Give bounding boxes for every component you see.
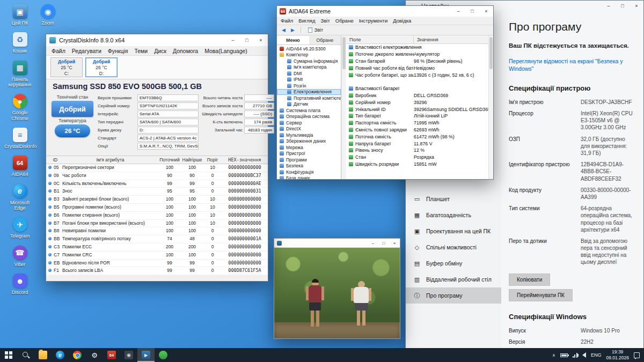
tree-item[interactable]: Конфігурація	[277, 169, 341, 175]
tab-menu[interactable]: Меню	[277, 36, 309, 45]
tree-item[interactable]: DirectX	[277, 126, 341, 132]
info-row[interactable]: Повний час роботи від батареї Невідомо	[346, 64, 488, 71]
tree-item[interactable]: Електроживлення	[277, 89, 341, 95]
taskbar-settings[interactable]: ⚙	[86, 348, 103, 362]
drive-tab[interactable]: Добрий 25 °C C:	[50, 57, 83, 77]
clock[interactable]: 19:39 09.01.2026	[606, 349, 629, 360]
language-indicator[interactable]: ENG	[591, 352, 602, 358]
info-row[interactable]: Поточна ємність 61472 mWh (98 %)	[346, 133, 488, 140]
tree-item[interactable]: База даних	[277, 175, 341, 180]
settings-nav-item[interactable]: ▤ Буфер обміну	[406, 255, 501, 271]
scrollbar-thumb[interactable]	[342, 37, 346, 69]
close-button[interactable]: ×	[479, 9, 493, 14]
info-row[interactable]: Напруга батареї 11.876 V	[346, 140, 488, 147]
forward-icon[interactable]: ▶	[289, 27, 296, 33]
tree-item[interactable]: Операційна система	[277, 114, 341, 120]
smart-attribute-row[interactable]: C3 Помилки ECC 200 200 0 000000000000	[46, 243, 268, 251]
desktop-icon-crystaldiskinfo[interactable]: ≡ CrystalDiskInfo	[4, 128, 35, 149]
minimize-button[interactable]: –	[602, 3, 616, 9]
info-row[interactable]: Час роботи батареї, що залишився 13926 с…	[346, 71, 488, 78]
maximize-button[interactable]: □	[240, 38, 254, 43]
menu-item[interactable]: Вигляд	[296, 17, 318, 24]
settings-nav-item[interactable]: ▭ Планшет	[406, 191, 501, 207]
info-row[interactable]: Серійний номер 39296	[346, 99, 488, 106]
maximize-button[interactable]: □	[616, 3, 630, 9]
desktop-icon-chrome[interactable]: ● Google Chrome	[4, 94, 35, 121]
scrollbar-thumb[interactable]	[489, 37, 493, 69]
health-status-button[interactable]: Добрий	[52, 101, 93, 117]
tree-item[interactable]: Безпека	[277, 163, 341, 169]
tree-item[interactable]: Мультимедіа	[277, 132, 341, 138]
desktop-icon-recycle-bin[interactable]: ♻ Кошик	[4, 32, 35, 54]
info-row[interactable]: Виробник DELL GRSD369	[346, 92, 488, 99]
info-row[interactable]: Властивості електроживлення	[346, 44, 488, 51]
detail-scrollbar[interactable]	[488, 36, 493, 179]
maximize-button[interactable]: □	[378, 241, 389, 246]
column-field[interactable]: Поле	[346, 36, 414, 43]
info-row[interactable]: Рівень зносу 12 %	[346, 147, 488, 154]
tree-scrollbar[interactable]	[341, 36, 346, 179]
settings-nav-item[interactable]: ⓘ Про програму	[406, 287, 501, 304]
desktop-icon-this-pc[interactable]: ▣ Цей ПК	[4, 4, 35, 26]
menu-item[interactable]: Мова(Language)	[201, 47, 251, 55]
smart-attribute-row[interactable]: C7 Помилки CRC 100 100 0 000000000000	[46, 251, 268, 259]
tree-item[interactable]: AIDA64 v6.20.5300	[277, 46, 341, 52]
battery-icon[interactable]	[560, 353, 568, 357]
smart-attribute-row[interactable]: B7 Погані блоки при використанні (всього…	[46, 219, 268, 227]
taskbar-aida64[interactable]: 64	[103, 348, 120, 362]
taskbar-edge[interactable]: e	[52, 348, 69, 362]
info-row[interactable]: Поточне джерело живлення Акумулятор	[346, 51, 488, 58]
smart-attribute-row[interactable]: F1 Всього записів LBA 99 99 0 000D87C61F…	[46, 267, 268, 275]
menu-item[interactable]: Файл	[48, 47, 69, 55]
tree-item[interactable]: Системна плата	[277, 107, 341, 114]
taskbar-chrome[interactable]	[69, 348, 86, 362]
tree-item[interactable]: Мережа	[277, 144, 341, 151]
desktop-icon-control-panel[interactable]: ▦ Панель керування	[4, 61, 35, 88]
smart-attribute-row[interactable]: 05 Перепризначені сектори 100 100 10 000…	[46, 164, 268, 172]
tree-item[interactable]: Сумарна інформація	[277, 58, 341, 64]
desktop-icon-discord[interactable]: ☻ Discord	[4, 274, 35, 295]
menu-item[interactable]: Обране	[333, 17, 356, 24]
rename-pc-button[interactable]: Перейменувати ПК	[509, 289, 573, 301]
info-row[interactable]: Паспортна ємність 71995 mWh	[346, 120, 488, 127]
taskbar-crystaldiskinfo[interactable]: ◉	[120, 348, 137, 362]
close-button[interactable]: ×	[254, 38, 268, 43]
settings-nav-item[interactable]: ▣ Проектування на цей ПК	[406, 223, 501, 239]
notification-center-icon[interactable]	[634, 352, 640, 358]
tree-item[interactable]: Портативний комп'ютер	[277, 95, 341, 101]
smart-attribute-row[interactable]: EB Відновлено після POR 99 99 0 00000000…	[46, 259, 268, 267]
close-button[interactable]: ×	[389, 241, 400, 246]
volume-icon[interactable]	[582, 352, 586, 358]
desktop-icon-telegram[interactable]: ✈ Telegram	[4, 217, 35, 239]
menu-item[interactable]: Теми	[131, 47, 151, 55]
taskbar-start-button[interactable]	[0, 348, 17, 362]
smart-attribute-row[interactable]: 09 Час роботи 90 90 0 00000000BC37	[46, 172, 268, 180]
windows-security-link[interactable]: Переглянути відомості на екрані "Безпека…	[509, 57, 630, 73]
close-button[interactable]: ×	[630, 3, 643, 9]
tree-item[interactable]: IPMI	[277, 77, 341, 83]
taskbar-green-app[interactable]	[155, 348, 172, 362]
smart-attribute-row[interactable]: B8 Невиправні помилки 100 100 0 00000000…	[46, 227, 268, 235]
info-row[interactable]: Тип батареї Літій-іонний LiP	[346, 113, 488, 120]
tree-item[interactable]: Збереження даних	[277, 138, 341, 145]
tree-item[interactable]: Сервер	[277, 120, 341, 126]
back-icon[interactable]: ◀	[280, 27, 287, 33]
smart-attribute-row[interactable]: 0C Кількість включень/виключень 99 99 0 …	[46, 180, 268, 188]
desktop-icon-aida64[interactable]: 64 AIDA64	[4, 156, 35, 177]
menu-item[interactable]: Редагувати	[69, 47, 105, 55]
tab-favorites[interactable]: Обране	[309, 36, 341, 45]
settings-nav-item[interactable]: ▦ Багатозадачність	[406, 207, 501, 223]
tree-item[interactable]: DMI	[277, 70, 341, 77]
info-row[interactable]: Стан батарей 98 % (Високий рівень)	[346, 58, 488, 65]
hidden-icons-chevron-icon[interactable]: ∧	[552, 353, 555, 358]
report-button[interactable]: Звіт	[305, 27, 326, 33]
desktop-icon-viber[interactable]: ☎ Viber	[4, 246, 35, 267]
tree-item[interactable]: Датчик	[277, 101, 341, 108]
info-row[interactable]: Швидкість розрядки 15851 mW	[346, 161, 488, 168]
desktop-icon-edge[interactable]: e Microsoft Edge	[4, 184, 35, 211]
smart-attribute-row[interactable]: B1 Знос 95 95 0 000000000031	[46, 188, 268, 196]
tree-item[interactable]: Розгін	[277, 83, 341, 89]
smart-attribute-row[interactable]: BB Температура повітряного потоку 74 48 …	[46, 235, 268, 243]
menu-item[interactable]: Функція	[105, 47, 131, 55]
video-frame[interactable]	[274, 248, 400, 338]
